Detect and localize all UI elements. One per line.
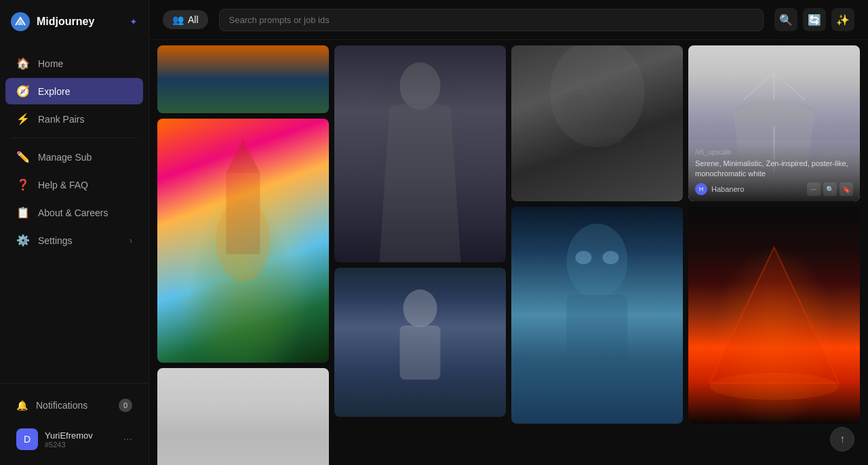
svg-point-8 [561, 94, 586, 113]
gallery-col-1 [334, 45, 506, 417]
app-name: Midjourney [37, 16, 94, 28]
gallery-item-astronaut[interactable] [334, 268, 506, 417]
svg-point-9 [609, 94, 633, 113]
item-search-button[interactable]: 🔍 [823, 182, 837, 196]
logo-sparkle-icon: ✦ [130, 16, 138, 27]
rank-pairs-icon: ⚡ [16, 113, 30, 125]
svg-point-10 [567, 224, 628, 298]
image-robed-figure [334, 45, 506, 262]
svg-point-12 [576, 251, 592, 264]
item-user-avatar: H [695, 183, 707, 195]
svg-point-3 [400, 62, 441, 110]
svg-rect-5 [400, 325, 441, 380]
sidebar-item-explore-label: Explore [38, 86, 70, 97]
svg-line-17 [744, 73, 774, 100]
gallery-col-2 [511, 45, 683, 424]
notifications-label: Notifications [36, 400, 87, 411]
sidebar-bottom: 🔔 Notifications 0 D YuriEfremov #5243 ··… [0, 383, 149, 465]
home-icon: 🏠 [16, 57, 30, 70]
explore-icon: 🧭 [16, 85, 30, 98]
sidebar-item-manage-sub-label: Manage Sub [38, 152, 92, 163]
gallery-item-robed-figure[interactable] [334, 45, 506, 262]
gallery-item-white-sculpture[interactable] [157, 368, 329, 465]
logo[interactable]: Midjourney ✦ [0, 0, 149, 43]
image-robot-woman [511, 207, 683, 424]
nav-divider [11, 138, 138, 138]
sidebar-item-home-label: Home [38, 58, 63, 69]
sidebar-item-manage-sub[interactable]: ✏️ Manage Sub [5, 144, 143, 170]
sidebar-item-rank-pairs[interactable]: ⚡ Rank Pairs [5, 106, 143, 132]
user-info: YuriEfremov #5243 [45, 430, 117, 449]
search-input[interactable] [219, 9, 764, 31]
gallery-item-pyramid-fire[interactable] [688, 207, 860, 424]
masonry-grid: /v6_upscale 3 hrs ago Serene, Minimalist… [157, 45, 860, 465]
item-save-button[interactable]: 🔖 [840, 182, 853, 196]
header: 👥 All 🔍 🔄 ✨ [149, 0, 868, 40]
gallery-item-floating-island[interactable]: /v6_upscale 3 hrs ago Serene, Minimalist… [688, 45, 860, 201]
tab-all-icon: 👥 [172, 14, 184, 25]
image-top-partial [157, 45, 329, 113]
sidebar-item-rank-pairs-label: Rank Pairs [38, 114, 84, 125]
sidebar-item-help-faq[interactable]: ❓ Help & FAQ [5, 171, 143, 198]
svg-rect-7 [570, 127, 625, 137]
refresh-button[interactable]: 🔄 [803, 8, 826, 31]
image-pyramid-fire [688, 207, 860, 424]
sidebar-item-help-faq-label: Help & FAQ [38, 180, 88, 190]
image-astronaut [334, 268, 506, 417]
item-time-ago: 3 hrs ago [825, 148, 853, 156]
sidebar-item-about-careers[interactable]: 📋 About & Careers [5, 199, 143, 226]
notifications-item[interactable]: 🔔 Notifications 0 [5, 392, 143, 419]
tab-all-label: All [188, 14, 199, 25]
item-actions: ··· 🔍 🔖 [807, 182, 853, 196]
sidebar-item-about-careers-label: About & Careers [38, 207, 108, 218]
user-name: YuriEfremov [45, 430, 117, 441]
gallery-item-stone-face[interactable] [511, 45, 683, 201]
gallery-col-3: /v6_upscale 3 hrs ago Serene, Minimalist… [688, 45, 860, 424]
item-meta-top: /v6_upscale 3 hrs ago [695, 148, 853, 156]
user-profile-item[interactable]: D YuriEfremov #5243 ··· [5, 422, 143, 457]
user-id: #5243 [45, 441, 117, 449]
svg-marker-2 [226, 139, 260, 173]
avatar-icon: D [24, 434, 31, 445]
header-actions: 🔍 🔄 ✨ [774, 8, 854, 31]
settings-arrow-icon: › [130, 236, 132, 245]
image-white-sculpture [157, 368, 329, 465]
help-icon: ❓ [16, 178, 30, 191]
manage-sub-icon: ✏️ [16, 150, 30, 163]
gallery-item-fantasy-castle[interactable] [157, 119, 329, 363]
gallery-col-0 [157, 45, 329, 465]
gallery-item-robot-woman[interactable] [511, 207, 683, 424]
image-stone-face [511, 45, 683, 201]
item-overlay-floating-island: /v6_upscale 3 hrs ago Serene, Minimalist… [688, 142, 860, 201]
item-description: Serene, Minimalistic, Zen-inspired, post… [695, 159, 853, 178]
header-tabs: 👥 All [163, 10, 208, 29]
sparkle-button[interactable]: ✨ [831, 8, 854, 31]
scroll-to-top-button[interactable]: ↑ [830, 427, 854, 451]
settings-icon: ⚙️ [16, 234, 30, 247]
svg-line-18 [774, 73, 805, 100]
svg-marker-20 [710, 247, 839, 383]
scroll-top-icon: ↑ [840, 433, 845, 445]
bell-icon: 🔔 [16, 400, 28, 411]
sidebar-item-settings[interactable]: ⚙️ Settings › [5, 227, 143, 254]
sidebar-item-explore[interactable]: 🧭 Explore [5, 78, 143, 104]
gallery-item-top-partial[interactable] [157, 45, 329, 113]
logo-icon [11, 12, 30, 31]
item-more-button[interactable]: ··· [807, 182, 821, 196]
item-username: Habanero [711, 185, 803, 193]
sidebar-nav: 🏠 Home 🧭 Explore ⚡ Rank Pairs ✏️ Manage … [0, 43, 149, 383]
search-button[interactable]: 🔍 [774, 8, 797, 31]
svg-point-13 [603, 251, 619, 264]
sidebar-item-settings-label: Settings [38, 235, 73, 246]
svg-point-4 [403, 289, 437, 327]
item-command: /v6_upscale [695, 148, 731, 156]
sidebar-item-home[interactable]: 🏠 Home [5, 50, 143, 77]
svg-point-21 [710, 373, 839, 400]
avatar: D [16, 428, 38, 450]
item-footer: H Habanero ··· 🔍 🔖 [695, 182, 853, 196]
tab-all[interactable]: 👥 All [163, 10, 208, 29]
user-more-icon[interactable]: ··· [123, 433, 132, 445]
image-fantasy-castle [157, 119, 329, 363]
notifications-badge: 0 [119, 399, 132, 412]
about-icon: 📋 [16, 206, 30, 219]
